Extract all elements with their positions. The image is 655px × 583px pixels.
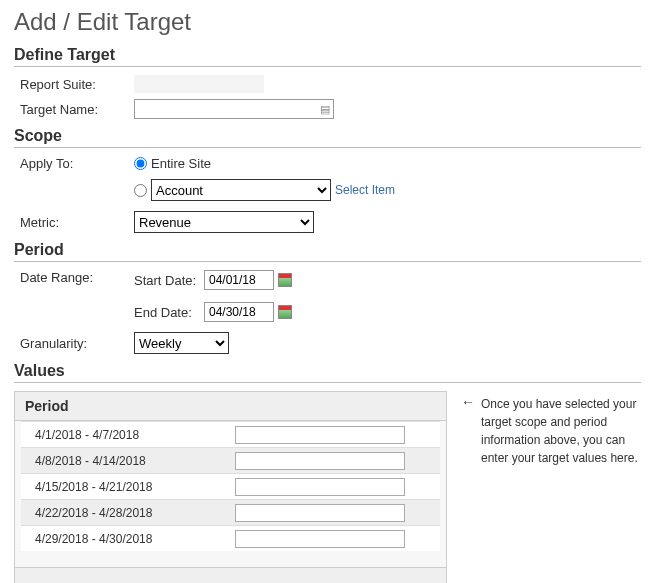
section-define-target: Define Target: [14, 46, 641, 67]
account-radio[interactable]: [134, 184, 147, 197]
apply-to-label: Apply To:: [14, 156, 134, 171]
values-table-footer: [15, 567, 446, 583]
value-input[interactable]: [235, 478, 405, 496]
clipboard-icon: ▤: [320, 103, 334, 116]
metric-label: Metric:: [14, 215, 134, 230]
values-row: 4/15/2018 - 4/21/2018: [21, 473, 440, 499]
page-title: Add / Edit Target: [14, 8, 641, 36]
period-cell: 4/22/2018 - 4/28/2018: [21, 506, 231, 520]
granularity-select[interactable]: Weekly: [134, 332, 229, 354]
account-select[interactable]: Account: [151, 179, 331, 201]
value-input[interactable]: [235, 452, 405, 470]
entire-site-radio-label: Entire Site: [151, 156, 211, 171]
value-input[interactable]: [235, 530, 405, 548]
values-row: 4/29/2018 - 4/30/2018: [21, 525, 440, 551]
granularity-label: Granularity:: [14, 336, 134, 351]
calendar-icon[interactable]: [278, 273, 292, 287]
value-input[interactable]: [235, 504, 405, 522]
date-range-label: Date Range:: [14, 270, 134, 285]
report-suite-value: [134, 75, 264, 93]
entire-site-radio[interactable]: [134, 157, 147, 170]
target-name-input[interactable]: [134, 99, 334, 119]
section-values: Values: [14, 362, 641, 383]
period-cell: 4/29/2018 - 4/30/2018: [21, 532, 231, 546]
start-date-label: Start Date:: [134, 273, 200, 288]
values-row: 4/1/2018 - 4/7/2018: [21, 421, 440, 447]
report-suite-label: Report Suite:: [14, 77, 134, 92]
arrow-left-icon: ←: [461, 395, 475, 467]
period-cell: 4/1/2018 - 4/7/2018: [21, 428, 231, 442]
end-date-input[interactable]: [204, 302, 274, 322]
values-row: 4/22/2018 - 4/28/2018: [21, 499, 440, 525]
section-period: Period: [14, 241, 641, 262]
period-cell: 4/15/2018 - 4/21/2018: [21, 480, 231, 494]
calendar-icon[interactable]: [278, 305, 292, 319]
select-item-link[interactable]: Select Item: [335, 183, 395, 197]
values-row: 4/8/2018 - 4/14/2018: [21, 447, 440, 473]
end-date-label: End Date:: [134, 305, 200, 320]
section-scope: Scope: [14, 127, 641, 148]
value-input[interactable]: [235, 426, 405, 444]
values-table: Period 4/1/2018 - 4/7/20184/8/2018 - 4/1…: [14, 391, 447, 583]
period-cell: 4/8/2018 - 4/14/2018: [21, 454, 231, 468]
start-date-input[interactable]: [204, 270, 274, 290]
period-column-header: Period: [15, 392, 446, 421]
metric-select[interactable]: Revenue: [134, 211, 314, 233]
values-hint-text: Once you have selected your target scope…: [481, 395, 641, 467]
target-name-label: Target Name:: [14, 102, 134, 117]
